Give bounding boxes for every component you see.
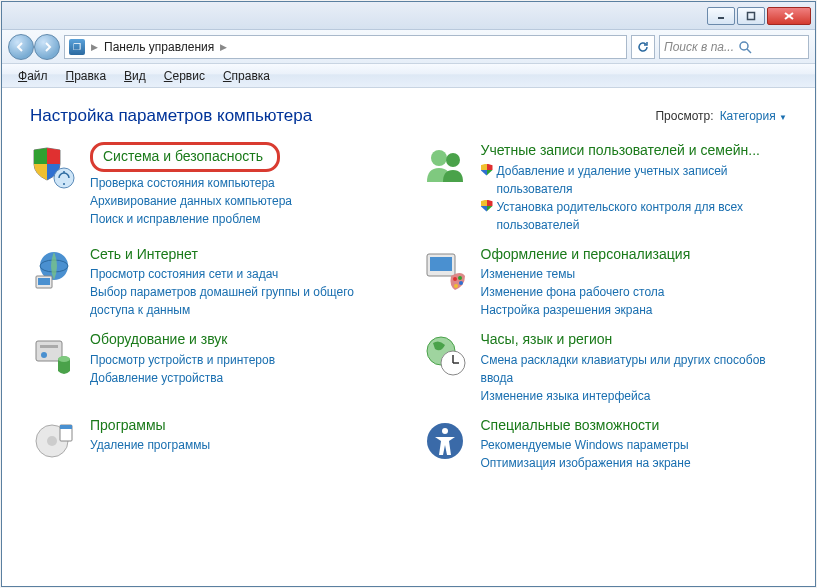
breadcrumb-sep: ▶ xyxy=(220,42,227,52)
svg-rect-30 xyxy=(60,425,72,429)
svg-point-28 xyxy=(47,436,57,446)
sub-link[interactable]: Удаление программы xyxy=(90,436,397,454)
category-appearance: Оформление и персонализация Изменение те… xyxy=(421,246,788,320)
sub-link[interactable]: Просмотр состояния сети и задач xyxy=(90,265,397,283)
sub-link[interactable]: Просмотр устройств и принтеров xyxy=(90,351,397,369)
svg-point-22 xyxy=(58,356,70,362)
svg-point-7 xyxy=(431,150,447,166)
menu-file[interactable]: Файл xyxy=(10,67,56,85)
appearance-icon xyxy=(421,246,469,294)
back-button[interactable] xyxy=(8,34,34,60)
control-panel-icon: ❐ xyxy=(69,39,85,55)
category-network: Сеть и Интернет Просмотр состояния сети … xyxy=(30,246,397,320)
chevron-down-icon: ▼ xyxy=(779,113,787,122)
category-title[interactable]: Оборудование и звук xyxy=(90,331,397,349)
view-control: Просмотр: Категория ▼ xyxy=(655,109,787,123)
sub-link[interactable]: Изменение языка интерфейса xyxy=(481,387,788,405)
refresh-button[interactable] xyxy=(631,35,655,59)
categories-grid: Система и безопасность Проверка состояни… xyxy=(30,142,787,472)
view-label: Просмотр: xyxy=(655,109,713,123)
search-box[interactable]: Поиск в па... xyxy=(659,35,809,59)
sub-link[interactable]: Смена раскладки клавиатуры или других сп… xyxy=(481,351,788,387)
window: ❐ ▶ Панель управления ▶ Поиск в па... Фа… xyxy=(1,1,816,587)
sub-link[interactable]: Настройка разрешения экрана xyxy=(481,301,788,319)
sub-link[interactable]: Архивирование данных компьютера xyxy=(90,192,397,210)
breadcrumb-sep: ▶ xyxy=(91,42,98,52)
sub-link[interactable]: Выбор параметров домашней группы и общег… xyxy=(90,283,397,319)
hardware-icon xyxy=(30,331,78,379)
category-clock-region: Часы, язык и регион Смена раскладки клав… xyxy=(421,331,788,405)
svg-rect-12 xyxy=(38,278,50,285)
user-accounts-icon xyxy=(421,142,469,190)
category-title[interactable]: Учетные записи пользователей и семейн... xyxy=(481,142,788,160)
category-ease-of-access: Специальные возможности Рекомендуемые Wi… xyxy=(421,417,788,473)
sub-link[interactable]: Добавление и удаление учетных записей по… xyxy=(481,162,788,198)
svg-point-21 xyxy=(41,352,47,358)
svg-rect-1 xyxy=(748,12,755,19)
sub-link[interactable]: Поиск и исправление проблем xyxy=(90,210,397,228)
menu-view[interactable]: Вид xyxy=(116,67,154,85)
category-title[interactable]: Специальные возможности xyxy=(481,417,788,435)
breadcrumb[interactable]: Панель управления xyxy=(104,40,214,54)
svg-point-18 xyxy=(454,284,458,288)
sub-link[interactable]: Оптимизация изображения на экране xyxy=(481,454,788,472)
category-title[interactable]: Часы, язык и регион xyxy=(481,331,788,349)
address-bar[interactable]: ❐ ▶ Панель управления ▶ xyxy=(64,35,627,59)
svg-point-17 xyxy=(459,281,463,285)
category-title[interactable]: Оформление и персонализация xyxy=(481,246,788,264)
category-title[interactable]: Система и безопасность xyxy=(90,142,280,172)
minimize-button[interactable] xyxy=(707,7,735,25)
svg-point-32 xyxy=(442,428,448,434)
network-icon xyxy=(30,246,78,294)
sub-link[interactable]: Добавление устройства xyxy=(90,369,397,387)
svg-rect-19 xyxy=(36,341,62,361)
header-row: Настройка параметров компьютера Просмотр… xyxy=(30,106,787,126)
category-hardware: Оборудование и звук Просмотр устройств и… xyxy=(30,331,397,405)
clock-region-icon xyxy=(421,331,469,379)
system-security-icon xyxy=(30,142,78,190)
svg-point-8 xyxy=(446,153,460,167)
menu-tools[interactable]: Сервис xyxy=(156,67,213,85)
titlebar xyxy=(2,2,815,30)
page-title: Настройка параметров компьютера xyxy=(30,106,312,126)
sub-link[interactable]: Изменение темы xyxy=(481,265,788,283)
svg-point-4 xyxy=(740,42,748,50)
close-button[interactable] xyxy=(767,7,811,25)
category-system-security: Система и безопасность Проверка состояни… xyxy=(30,142,397,234)
menu-edit[interactable]: Правка xyxy=(58,67,115,85)
nav-arrows xyxy=(8,34,60,60)
svg-point-15 xyxy=(453,277,457,281)
sub-link[interactable]: Рекомендуемые Windows параметры xyxy=(481,436,788,454)
menubar: Файл Правка Вид Сервис Справка xyxy=(2,64,815,88)
category-title[interactable]: Программы xyxy=(90,417,397,435)
category-title[interactable]: Сеть и Интернет xyxy=(90,246,397,264)
svg-rect-14 xyxy=(430,257,452,271)
search-icon xyxy=(738,40,752,54)
svg-point-16 xyxy=(458,276,462,280)
view-dropdown[interactable]: Категория ▼ xyxy=(720,109,787,123)
sub-link[interactable]: Проверка состояния компьютера xyxy=(90,174,397,192)
search-placeholder: Поиск в па... xyxy=(664,40,734,54)
maximize-button[interactable] xyxy=(737,7,765,25)
forward-button[interactable] xyxy=(34,34,60,60)
navbar: ❐ ▶ Панель управления ▶ Поиск в па... xyxy=(2,30,815,64)
category-user-accounts: Учетные записи пользователей и семейн...… xyxy=(421,142,788,234)
menu-help[interactable]: Справка xyxy=(215,67,278,85)
svg-line-5 xyxy=(747,49,751,53)
sub-link[interactable]: Изменение фона рабочего стола xyxy=(481,283,788,301)
svg-rect-20 xyxy=(40,345,58,348)
sub-link[interactable]: Установка родительского контроля для все… xyxy=(481,198,788,234)
programs-icon xyxy=(30,417,78,465)
ease-of-access-icon xyxy=(421,417,469,465)
category-programs: Программы Удаление программы xyxy=(30,417,397,473)
content: Настройка параметров компьютера Просмотр… xyxy=(2,88,815,586)
